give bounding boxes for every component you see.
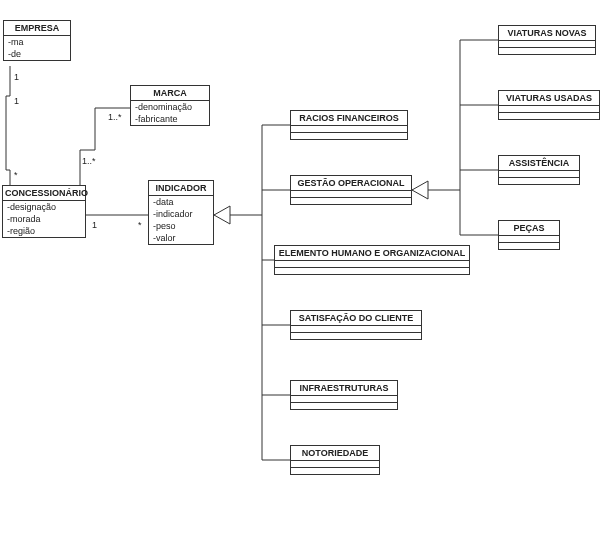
- svg-marker-1: [412, 181, 428, 199]
- class-empresa: EMPRESA -ma -de: [3, 20, 71, 61]
- attr: -peso: [149, 220, 213, 232]
- class-pecas: PEÇAS: [498, 220, 560, 250]
- class-name: PEÇAS: [499, 221, 559, 236]
- class-notoriedade: NOTORIEDADE: [290, 445, 380, 475]
- mult: 1: [14, 96, 19, 106]
- mult: 1..*: [108, 112, 122, 122]
- class-name: INFRAESTRUTURAS: [291, 381, 397, 396]
- mult: 1..*: [82, 156, 96, 166]
- attr: -indicador: [149, 208, 213, 220]
- attr: -designação: [3, 201, 85, 213]
- class-name: GESTÃO OPERACIONAL: [291, 176, 411, 191]
- mult: *: [138, 220, 142, 230]
- class-name: CONCESSIONÁRIO: [3, 186, 85, 201]
- class-name: NOTORIEDADE: [291, 446, 379, 461]
- attr: -ma: [4, 36, 70, 48]
- class-name: VIATURAS NOVAS: [499, 26, 595, 41]
- class-marca: MARCA -denominação -fabricante: [130, 85, 210, 126]
- attr: -fabricante: [131, 113, 209, 125]
- attr: -denominação: [131, 101, 209, 113]
- attr: -morada: [3, 213, 85, 225]
- class-name: ELEMENTO HUMANO E ORGANIZACIONAL: [275, 246, 469, 261]
- class-name: SATISFAÇÃO DO CLIENTE: [291, 311, 421, 326]
- class-infraestruturas: INFRAESTRUTURAS: [290, 380, 398, 410]
- svg-marker-0: [214, 206, 230, 224]
- class-viaturas-usadas: VIATURAS USADAS: [498, 90, 600, 120]
- class-name: EMPRESA: [4, 21, 70, 36]
- attr: -data: [149, 196, 213, 208]
- class-racios-financeiros: RACIOS FINANCEIROS: [290, 110, 408, 140]
- class-name: INDICADOR: [149, 181, 213, 196]
- class-gestao-operacional: GESTÃO OPERACIONAL: [290, 175, 412, 205]
- class-assistencia: ASSISTÊNCIA: [498, 155, 580, 185]
- mult: 1: [92, 220, 97, 230]
- class-name: ASSISTÊNCIA: [499, 156, 579, 171]
- mult: *: [14, 170, 18, 180]
- class-name: RACIOS FINANCEIROS: [291, 111, 407, 126]
- class-name: MARCA: [131, 86, 209, 101]
- class-name: VIATURAS USADAS: [499, 91, 599, 106]
- class-viaturas-novas: VIATURAS NOVAS: [498, 25, 596, 55]
- class-elemento-humano: ELEMENTO HUMANO E ORGANIZACIONAL: [274, 245, 470, 275]
- class-concessionario: CONCESSIONÁRIO -designação -morada -regi…: [2, 185, 86, 238]
- class-satisfacao-cliente: SATISFAÇÃO DO CLIENTE: [290, 310, 422, 340]
- attr: -região: [3, 225, 85, 237]
- class-indicador: INDICADOR -data -indicador -peso -valor: [148, 180, 214, 245]
- attr: -de: [4, 48, 70, 60]
- attr: -valor: [149, 232, 213, 244]
- mult: 1: [14, 72, 19, 82]
